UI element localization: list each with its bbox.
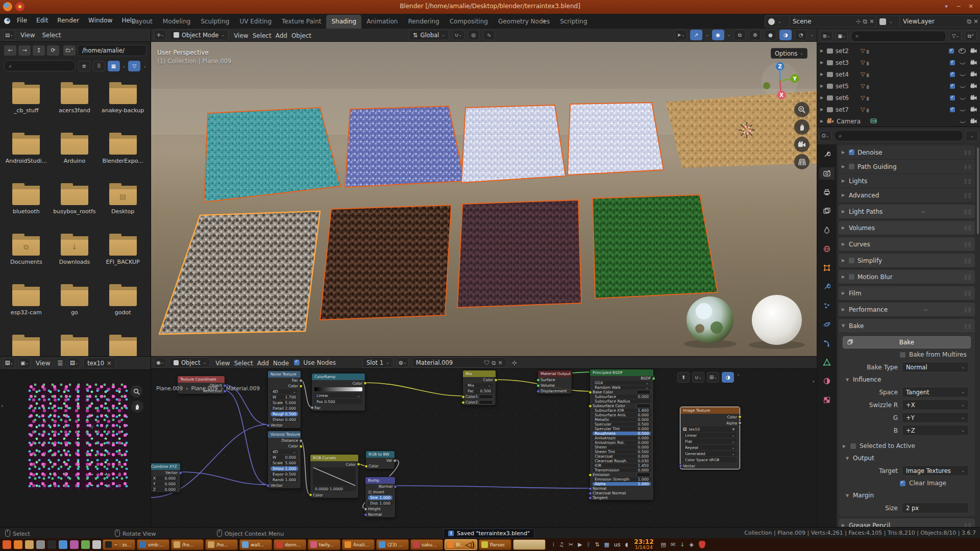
dropdown-field[interactable]: Linear⌄ <box>314 393 362 398</box>
sand-plane[interactable] <box>666 91 817 168</box>
tab-texture-paint[interactable]: Texture Paint <box>277 15 326 29</box>
dropdown-field[interactable]: Mix⌄ <box>465 383 493 388</box>
output-socket[interactable] <box>299 379 303 382</box>
value-slider[interactable]: Y0.000 <box>151 482 178 486</box>
file-browser-select-menu[interactable]: Select <box>40 32 63 39</box>
input-socket[interactable] <box>364 513 368 516</box>
properties-tab-modifiers[interactable] <box>819 281 835 293</box>
input-socket[interactable] <box>461 395 465 398</box>
shield-icon[interactable] <box>699 541 705 548</box>
expand-icon[interactable]: ▶ <box>820 60 824 65</box>
filter-button[interactable]: ▽ <box>128 61 140 71</box>
value-slider[interactable]: Subsurface IOR1.400 <box>593 409 651 412</box>
pan-hand-button[interactable] <box>794 119 810 135</box>
options-dropdown[interactable]: Options⌄ <box>771 48 807 59</box>
clear-image-checkbox[interactable]: Clear Image <box>843 477 971 489</box>
outliner-row-set5[interactable]: ▶set5▽8 <box>817 80 980 92</box>
folder-_cb_stuff[interactable]: _cb_stuff <box>2 78 51 128</box>
value-slider[interactable]: Roughness0.500 <box>271 412 298 416</box>
value-slider[interactable]: IOR1.450 <box>593 464 651 467</box>
colorramp-gradient[interactable] <box>314 387 362 391</box>
image-selector[interactable]: tex10✕ <box>687 427 738 432</box>
outliner-search-input[interactable]: ⌕ <box>851 31 946 42</box>
eye-closed-icon[interactable] <box>960 119 966 123</box>
window-button-denn[interactable]: denn... <box>274 539 306 550</box>
outliner-row-set6[interactable]: ▶set6▽8 <box>817 92 980 104</box>
display-list-horizontal-button[interactable]: ⠿ <box>93 61 105 71</box>
properties-tab-scene[interactable] <box>819 224 835 236</box>
node-material-output[interactable]: Material OutputSurfaceVolumeDisplacement <box>537 370 572 394</box>
window-button-parsec[interactable]: Parsec <box>479 539 511 550</box>
section-motion-blur[interactable]: ▶Motion Blur⣿⣿ <box>839 270 975 284</box>
expand-icon[interactable]: ▶ <box>820 107 824 112</box>
tray-icon-left-3[interactable]: ▶ <box>578 541 582 548</box>
violet-plane[interactable] <box>345 106 464 187</box>
value-slider[interactable]: Exponent0.500 <box>271 472 298 477</box>
editor-type-icon[interactable]: ▤⌄ <box>3 30 15 40</box>
shader-preview-dropdown[interactable]: ⌄ <box>737 372 740 383</box>
outliner-display-mode-dropdown[interactable]: ≣⌄ <box>820 31 832 41</box>
input-socket[interactable] <box>536 378 540 382</box>
add-workspace-tab[interactable]: + <box>537 15 551 29</box>
folder-esp32-cam[interactable]: esp32-cam <box>2 280 51 330</box>
image-browse-icon[interactable]: 🖼⌄ <box>68 358 80 368</box>
window-button-anali[interactable]: Anali... <box>342 539 375 550</box>
proportional-edit-icon[interactable]: ◎ <box>468 30 480 40</box>
tab-compositing[interactable]: Compositing <box>445 15 493 29</box>
bake-button[interactable]: 🗇Bake <box>843 336 971 348</box>
value-slider[interactable]: Distortion0.000 <box>271 417 298 422</box>
folder-partial[interactable] <box>51 330 99 356</box>
input-socket[interactable] <box>679 464 682 468</box>
zoom-tool-button[interactable] <box>794 102 810 117</box>
output-socket[interactable] <box>299 439 303 442</box>
properties-tab-tool[interactable] <box>819 148 835 161</box>
folder-partial[interactable] <box>99 330 147 356</box>
bake-type-dropdown[interactable]: Normal⌄ <box>902 362 969 372</box>
properties-tab-material[interactable] <box>819 375 835 387</box>
folder-Desktop[interactable]: ▤Desktop <box>99 179 147 229</box>
list-options-icon[interactable]: ≔ <box>923 307 928 312</box>
outliner-filter-icon[interactable]: ▽⌄ <box>949 31 962 41</box>
tray-icon-left-2[interactable]: ✂ <box>569 541 573 548</box>
expand-icon[interactable]: ▶ <box>820 84 824 88</box>
folder-Documents[interactable]: ⧉Documents <box>2 229 51 280</box>
color-swatch[interactable] <box>479 400 493 405</box>
dropdown-field[interactable]: Random Walk⌄ <box>593 386 651 389</box>
shader-preview-toggle[interactable]: ◑ <box>722 372 734 383</box>
properties-tab-render[interactable] <box>819 167 835 180</box>
output-socket[interactable] <box>393 459 397 462</box>
eye-closed-icon[interactable] <box>960 96 966 99</box>
tab-sculpting[interactable]: Sculpting <box>195 15 234 29</box>
expand-icon[interactable]: ▶ <box>820 95 824 100</box>
folder-Arduino[interactable]: Arduino <box>51 128 99 179</box>
color-swatch[interactable] <box>636 404 651 408</box>
tray-icon-left-8[interactable]: ◖ <box>625 541 628 548</box>
outliner-filter-id-dropdown[interactable]: ▣⌄ <box>836 31 848 41</box>
toggle-grid-button[interactable] <box>794 154 810 169</box>
material-browse-icon[interactable]: ◍⌄ <box>397 357 409 368</box>
expand-icon[interactable]: ▶ <box>820 119 824 123</box>
teal-plane[interactable] <box>204 108 340 202</box>
outliner-row-set7[interactable]: ▶set7▽8 <box>817 104 980 115</box>
menu-render[interactable]: Render <box>53 14 84 29</box>
section-simplify[interactable]: ▶Simplify⣿⣿ <box>839 254 975 268</box>
properties-tab-particles[interactable] <box>819 299 835 312</box>
value-slider[interactable]: Clearcoat0.000 <box>593 455 651 458</box>
window-button-ho[interactable]: /ho... <box>171 539 204 550</box>
bake-panel-header[interactable]: ▼Bake⣿⣿ <box>839 319 975 333</box>
section-volumes[interactable]: ▶Volumes⣿⣿ <box>839 221 975 235</box>
path-field[interactable]: /home/amalie/ <box>78 45 146 56</box>
input-socket[interactable] <box>310 406 314 410</box>
browser-icon[interactable] <box>14 540 22 549</box>
swizzle-b-dropdown[interactable]: +Z⌄ <box>902 425 969 436</box>
tab-rendering[interactable]: Rendering <box>403 15 444 29</box>
value-slider[interactable]: W1.700 <box>271 395 298 399</box>
node-principled-bsdf[interactable]: Principled BSDFBSDFGGX⌄Random Walk⌄Base … <box>590 369 654 500</box>
output-subpanel-header[interactable]: ▼Output <box>843 452 971 464</box>
node-menu-node[interactable]: Node <box>271 360 291 367</box>
folder-BlenderExpo...[interactable]: BlenderExpo... <box>99 128 147 179</box>
value-slider[interactable]: Detail2.000 <box>271 406 298 411</box>
input-socket[interactable] <box>364 507 368 511</box>
mode-dropdown[interactable]: Object Mode⌄ <box>169 30 229 40</box>
section-path-guiding[interactable]: ▶Path Guiding⣿⣿ <box>839 160 975 174</box>
